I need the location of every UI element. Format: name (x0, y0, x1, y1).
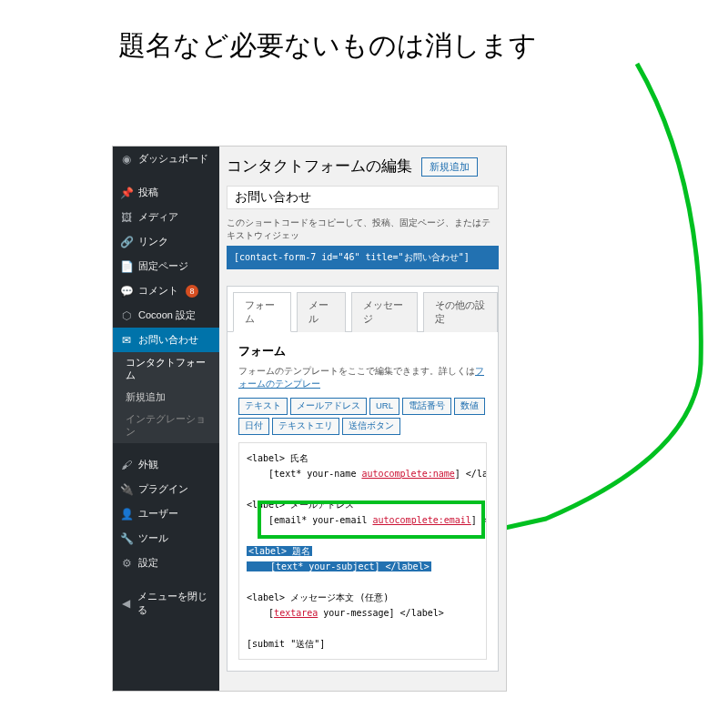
admin-sidebar: ◉ ダッシュボード 📌 投稿 🖼 メディア 🔗 リンク 📄 固定ページ 💬 コメ… (113, 147, 219, 691)
page-icon: 📄 (120, 260, 133, 273)
tag-number[interactable]: 数値 (454, 398, 485, 415)
sidebar-collapse[interactable]: ◀ メニューを閉じる (113, 584, 219, 622)
media-icon: 🖼 (120, 211, 133, 224)
sidebar-label: ツール (138, 531, 168, 545)
sidebar-label: ダッシュボード (138, 152, 208, 166)
collapse-icon: ◀ (120, 597, 132, 610)
sidebar-links[interactable]: 🔗 リンク (113, 229, 219, 254)
comments-badge: 8 (186, 285, 198, 298)
sidebar-appearance[interactable]: 🖌 外観 (113, 452, 219, 477)
tabs: フォーム メール メッセージ その他の設定 (228, 287, 498, 332)
shortcode-box[interactable]: [contact-form-7 id="46" title="お問い合わせ"] (227, 246, 499, 269)
gear-icon: ⚙ (120, 557, 133, 570)
page-title: コンタクトフォームの編集 (227, 156, 412, 177)
sidebar-plugins[interactable]: 🔌 プラグイン (113, 477, 219, 501)
tab-mail[interactable]: メール (297, 292, 346, 332)
panel-desc: フォームのテンプレートをここで編集できます。詳しくはフォームのテンプレー (238, 365, 487, 390)
brush-icon: 🖌 (120, 459, 133, 471)
sidebar-tools[interactable]: 🔧 ツール (113, 526, 219, 551)
sidebar-users[interactable]: 👤 ユーザー (113, 501, 219, 526)
screenshot-container: ◉ ダッシュボード 📌 投稿 🖼 メディア 🔗 リンク 📄 固定ページ 💬 コメ… (112, 146, 507, 692)
tag-text[interactable]: テキスト (238, 398, 288, 415)
tag-url[interactable]: URL (369, 398, 399, 415)
editor-panel: フォーム メール メッセージ その他の設定 フォーム フォームのテンプレートをこ… (227, 286, 499, 672)
sidebar-sub-forms[interactable]: コンタクトフォーム (113, 352, 219, 387)
pin-icon: 📌 (120, 187, 133, 199)
comment-icon: 💬 (120, 285, 133, 298)
sidebar-label: リンク (138, 235, 168, 248)
green-highlight-box (258, 500, 485, 539)
sidebar-label: プラグイン (138, 482, 188, 496)
sidebar-label: ユーザー (138, 507, 178, 521)
form-title-input[interactable] (227, 186, 499, 209)
sidebar-sub-integration[interactable]: インテグレーション (113, 409, 219, 443)
tab-form[interactable]: フォーム (233, 292, 291, 332)
tag-date[interactable]: 日付 (238, 418, 269, 435)
mail-icon: ✉ (120, 334, 133, 347)
link-icon: 🔗 (120, 236, 133, 248)
sidebar-sub-addnew[interactable]: 新規追加 (113, 387, 219, 409)
sidebar-label: 固定ページ (138, 259, 188, 273)
sidebar-posts[interactable]: 📌 投稿 (113, 180, 219, 205)
sidebar-label: 投稿 (138, 186, 158, 199)
tag-email[interactable]: メールアドレス (290, 398, 367, 415)
sidebar-contact[interactable]: ✉ お問い合わせ (113, 328, 219, 352)
sidebar-label: お問い合わせ (138, 333, 198, 347)
sidebar-label: 設定 (138, 556, 158, 570)
sidebar-label: コメント (138, 284, 178, 298)
shortcode-desc: このショートコードをコピーして、投稿、固定ページ、またはテキストウィジェッ (227, 217, 499, 242)
tag-tel[interactable]: 電話番号 (402, 398, 451, 415)
sidebar-cocoon[interactable]: ⬡ Cocoon 設定 (113, 303, 219, 328)
plugin-icon: 🔌 (120, 483, 133, 496)
tag-submit[interactable]: 送信ボタン (342, 418, 400, 435)
dashboard-icon: ◉ (120, 153, 133, 166)
form-template-editor[interactable]: <label> 氏名 [text* your-name autocomplete… (238, 442, 487, 660)
tag-textarea[interactable]: テキストエリ (272, 418, 339, 435)
content-area: コンタクトフォームの編集 新規追加 このショートコードをコピーして、投稿、固定ペ… (219, 147, 506, 691)
sidebar-label: Cocoon 設定 (138, 308, 196, 322)
add-new-button[interactable]: 新規追加 (421, 157, 478, 177)
sidebar-pages[interactable]: 📄 固定ページ (113, 254, 219, 278)
annotation-heading: 題名など必要ないものは消します (118, 27, 537, 65)
tab-messages[interactable]: メッセージ (351, 292, 418, 332)
user-icon: 👤 (120, 508, 133, 521)
cocoon-icon: ⬡ (120, 309, 133, 322)
sidebar-label: メディア (138, 210, 178, 224)
sidebar-label: メニューを閉じる (137, 590, 212, 617)
sidebar-comments[interactable]: 💬 コメント 8 (113, 278, 219, 303)
sidebar-settings[interactable]: ⚙ 設定 (113, 551, 219, 575)
tool-icon: 🔧 (120, 532, 133, 545)
sidebar-dashboard[interactable]: ◉ ダッシュボード (113, 147, 219, 171)
sidebar-label: 外観 (138, 458, 158, 471)
tab-other[interactable]: その他の設定 (423, 292, 498, 332)
tag-buttons: テキスト メールアドレス URL 電話番号 数値 日付 テキストエリ 送信ボタン (238, 398, 487, 435)
sidebar-media[interactable]: 🖼 メディア (113, 205, 219, 229)
panel-heading: フォーム (238, 343, 487, 359)
